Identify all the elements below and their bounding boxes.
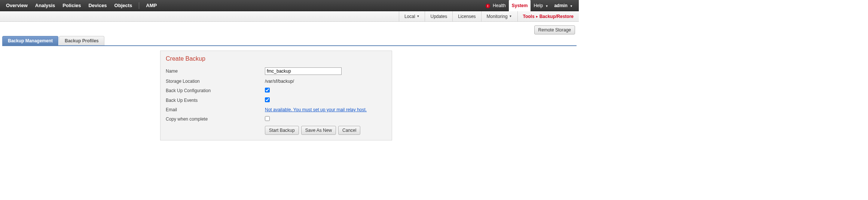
nav-user-label: admin	[554, 3, 567, 8]
nav-analysis[interactable]: Analysis	[32, 0, 58, 10]
subnav-licenses[interactable]: Licenses	[452, 11, 481, 21]
nav-help-label: Help	[534, 3, 543, 8]
sub-nav: Local ▼ Updates Licenses Monitoring ▼ To…	[0, 11, 579, 22]
events-label: Back Up Events	[166, 98, 265, 103]
subnav-active-label: Backup/Restore	[540, 14, 574, 19]
nav-health-label: Health	[493, 3, 506, 8]
nav-objects[interactable]: Objects	[111, 0, 135, 10]
row-email: Email Not available. You must set up you…	[166, 107, 386, 112]
row-storage: Storage Location /var/sf/backup/	[166, 79, 386, 84]
config-label: Back Up Configuration	[166, 88, 265, 93]
subnav-monitoring[interactable]: Monitoring ▼	[481, 11, 517, 21]
page-actions: Remote Storage	[0, 22, 579, 36]
chevron-down-icon: ▼	[545, 4, 548, 8]
nav-help[interactable]: Help ▼	[531, 1, 551, 10]
create-backup-panel: Create Backup Name Storage Location /var…	[160, 51, 392, 140]
chevron-down-icon: ▼	[570, 4, 573, 8]
nav-health[interactable]: ! Health	[483, 1, 509, 10]
subnav-item-label: Monitoring	[487, 14, 508, 19]
row-copy: Copy when complete	[166, 116, 386, 122]
nav-devices[interactable]: Devices	[85, 0, 110, 10]
name-input[interactable]	[265, 67, 342, 75]
storage-label: Storage Location	[166, 79, 265, 84]
remote-storage-button[interactable]: Remote Storage	[534, 25, 575, 34]
row-config: Back Up Configuration	[166, 88, 386, 94]
save-as-new-button[interactable]: Save As New	[301, 126, 336, 135]
form-title: Create Backup	[166, 55, 386, 62]
events-checkbox[interactable]	[265, 97, 270, 102]
top-nav: Overview Analysis Policies Devices Objec…	[0, 0, 579, 11]
cancel-button[interactable]: Cancel	[338, 126, 360, 135]
top-nav-left: Overview Analysis Policies Devices Objec…	[3, 0, 160, 10]
subnav-updates[interactable]: Updates	[425, 11, 452, 21]
tab-backup-management[interactable]: Backup Management	[2, 36, 58, 45]
email-setup-link[interactable]: Not available. You must set up your mail…	[265, 107, 367, 112]
breadcrumb-sep-icon: ▸	[536, 15, 538, 18]
nav-user[interactable]: admin ▼	[551, 1, 576, 10]
chevron-down-icon: ▼	[417, 15, 420, 18]
copy-label: Copy when complete	[166, 116, 265, 122]
row-events: Back Up Events	[166, 97, 386, 103]
row-name: Name	[166, 67, 386, 75]
copy-checkbox[interactable]	[265, 116, 270, 121]
storage-value: /var/sf/backup/	[265, 79, 386, 84]
nav-policies[interactable]: Policies	[59, 0, 84, 10]
nav-divider	[139, 2, 139, 9]
subnav-tools[interactable]: Tools ▸ Backup/Restore	[517, 11, 579, 21]
config-checkbox[interactable]	[265, 88, 270, 93]
form-actions: Start Backup Save As New Cancel	[265, 126, 386, 135]
alert-icon: !	[486, 4, 490, 8]
name-label: Name	[166, 69, 265, 74]
nav-amp[interactable]: AMP	[143, 0, 160, 10]
subnav-local[interactable]: Local ▼	[399, 11, 425, 21]
chevron-down-icon: ▼	[509, 15, 512, 18]
nav-system[interactable]: System	[509, 0, 531, 11]
tab-backup-profiles[interactable]: Backup Profiles	[59, 36, 104, 45]
subnav-item-label: Local	[404, 14, 415, 19]
email-label: Email	[166, 107, 265, 112]
top-nav-right: ! Health System Help ▼ admin ▼	[483, 0, 576, 11]
subnav-tools-label: Tools	[523, 14, 535, 19]
start-backup-button[interactable]: Start Backup	[265, 126, 299, 135]
nav-overview[interactable]: Overview	[3, 0, 31, 10]
tabs-row: Backup Management Backup Profiles	[2, 36, 577, 46]
